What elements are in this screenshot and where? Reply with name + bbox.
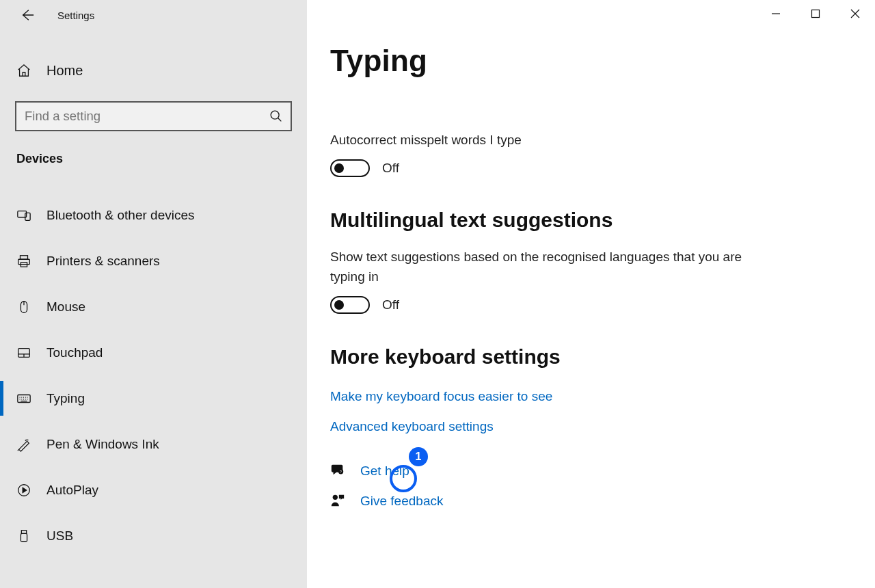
maximize-button[interactable] xyxy=(796,0,835,27)
feedback-link[interactable]: Give feedback xyxy=(360,494,443,509)
sidebar-item-autoplay[interactable]: AutoPlay xyxy=(0,467,307,513)
sidebar-item-label: Bluetooth & other devices xyxy=(46,208,195,223)
multilingual-desc: Show text suggestions based on the recog… xyxy=(330,247,768,287)
link-advanced-keyboard[interactable]: Advanced keyboard settings xyxy=(330,419,842,434)
usb-icon xyxy=(16,529,31,544)
get-help-row[interactable]: ? Get help xyxy=(330,456,842,486)
close-button[interactable] xyxy=(835,0,875,27)
sidebar-item-label: AutoPlay xyxy=(46,483,98,498)
main-content: Typing Autocorrect misspelt words I type… xyxy=(307,0,875,588)
sidebar-item-usb[interactable]: USB xyxy=(0,513,307,559)
sidebar-item-printers[interactable]: Printers & scanners xyxy=(0,238,307,284)
printer-icon xyxy=(16,254,31,269)
app-title: Settings xyxy=(57,10,94,21)
nav-list: Bluetooth & other devices Printers & sca… xyxy=(0,192,307,559)
svg-rect-4 xyxy=(18,259,30,264)
more-heading: More keyboard settings xyxy=(330,345,842,369)
svg-point-14 xyxy=(333,495,338,500)
multilingual-heading: Multilingual text suggestions xyxy=(330,209,842,232)
home-label: Home xyxy=(46,63,83,79)
sidebar-item-touchpad[interactable]: Touchpad xyxy=(0,330,307,375)
sidebar-item-mouse[interactable]: Mouse xyxy=(0,284,307,330)
sidebar-item-label: Pen & Windows Ink xyxy=(46,437,159,452)
sidebar-item-home[interactable]: Home xyxy=(0,51,307,90)
sidebar-item-label: Typing xyxy=(46,391,85,406)
autocorrect-toggle-row: Off xyxy=(330,159,842,177)
minimize-button[interactable] xyxy=(756,0,796,27)
chat-icon: ? xyxy=(330,462,345,480)
mouse-icon xyxy=(16,299,31,315)
get-help-link[interactable]: Get help xyxy=(360,464,409,479)
sidebar-item-label: Printers & scanners xyxy=(46,254,160,269)
feedback-icon xyxy=(330,492,345,510)
sidebar-item-pen[interactable]: Pen & Windows Ink xyxy=(0,421,307,467)
sidebar: Settings Home Devices Bluetooth & oth xyxy=(0,0,307,588)
search-input[interactable] xyxy=(25,109,269,124)
home-icon xyxy=(16,63,31,78)
back-button[interactable] xyxy=(14,1,41,29)
svg-rect-10 xyxy=(21,530,26,533)
autoplay-icon xyxy=(16,483,31,498)
sidebar-item-label: Touchpad xyxy=(46,345,103,360)
category-title: Devices xyxy=(0,137,307,172)
sidebar-item-label: Mouse xyxy=(46,299,85,315)
keyboard-icon xyxy=(16,391,31,406)
window-controls xyxy=(756,0,875,27)
svg-rect-15 xyxy=(812,10,820,18)
feedback-row[interactable]: Give feedback xyxy=(330,486,842,516)
touchpad-icon xyxy=(16,345,31,360)
pen-icon xyxy=(16,437,31,452)
autocorrect-state: Off xyxy=(382,161,399,176)
svg-point-0 xyxy=(271,111,279,119)
multilingual-toggle[interactable] xyxy=(330,296,370,314)
search-icon xyxy=(269,109,284,124)
sidebar-item-typing[interactable]: Typing xyxy=(0,375,307,421)
autocorrect-toggle[interactable] xyxy=(330,159,370,177)
multilingual-state: Off xyxy=(382,297,399,312)
svg-rect-3 xyxy=(21,255,28,259)
titlebar: Settings xyxy=(0,0,307,30)
search-box[interactable] xyxy=(15,101,292,131)
sidebar-item-label: USB xyxy=(46,529,73,544)
devices-icon xyxy=(16,208,31,223)
sidebar-item-bluetooth[interactable]: Bluetooth & other devices xyxy=(0,192,307,238)
arrow-left-icon xyxy=(20,8,35,23)
multilingual-toggle-row: Off xyxy=(330,296,842,314)
svg-rect-11 xyxy=(21,533,27,542)
autocorrect-label: Autocorrect misspelt words I type xyxy=(330,131,781,150)
link-keyboard-focus[interactable]: Make my keyboard focus easier to see xyxy=(330,389,842,404)
page-title: Typing xyxy=(330,44,842,78)
search-wrapper xyxy=(0,90,307,137)
